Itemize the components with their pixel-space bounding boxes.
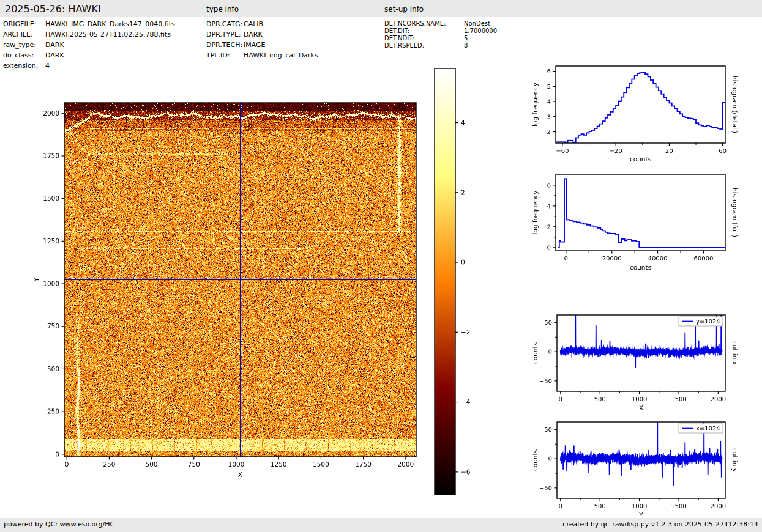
meta-label: DET.RSPEED:: [384, 42, 464, 49]
colorbar: [427, 60, 498, 503]
meta-row-dprtech: DPR.TECH:IMAGE: [206, 41, 266, 49]
meta-value: HAWKI_IMG_DARK_Darks147_0040.fits: [45, 20, 175, 28]
meta-row-rspeed: DET.RSPEED:8: [384, 42, 468, 49]
cut-in-y-plot: [523, 412, 762, 519]
meta-label: DET.DIT:: [384, 28, 464, 34]
meta-label: do_class:: [3, 51, 45, 59]
meta-label: DPR.CATG:: [206, 20, 244, 28]
meta-label: TPL.ID:: [206, 51, 244, 59]
meta-row-rawtype: raw_type:DARK: [3, 41, 64, 49]
footer-right-text: created by qc_rawdisp.py v1.2.3 on 2025-…: [562, 520, 758, 528]
histogram-detail-plot: [523, 58, 762, 174]
meta-value: DARK: [45, 51, 64, 59]
meta-label: DET.NDIT:: [384, 35, 464, 42]
meta-value: DARK: [244, 31, 263, 39]
meta-row-ndit: DET.NDIT:5: [384, 35, 468, 42]
cut-in-x-plot: [523, 305, 762, 421]
section-setup-info: set-up info: [384, 5, 424, 13]
meta-label: DPR.TECH:: [206, 41, 244, 49]
meta-value: 1.7000000: [464, 28, 497, 34]
meta-value: IMAGE: [244, 41, 266, 49]
qc-report-page: 2025-05-26: HAWKI type info set-up info …: [0, 0, 762, 532]
meta-row-ncorrs: DET.NCORRS.NAME:NonDest: [384, 20, 490, 27]
meta-row-tplid: TPL.ID:HAWKI_img_cal_Darks: [206, 51, 318, 59]
meta-value: HAWKI.2025-05-27T11:02:25.788.fits: [45, 31, 171, 39]
meta-value: CALIB: [244, 20, 263, 28]
meta-value: DARK: [45, 41, 64, 49]
meta-value: 4: [45, 62, 50, 70]
meta-value: 5: [464, 35, 468, 42]
page-title: 2025-05-26: HAWKI: [5, 3, 101, 15]
histogram-full-plot: [523, 168, 762, 284]
section-type-info: type info: [206, 5, 239, 13]
meta-row-arcfile: ARCFILE:HAWKI.2025-05-27T11:02:25.788.fi…: [3, 31, 171, 39]
meta-row-dprtype: DPR.TYPE:DARK: [206, 31, 263, 39]
meta-label: DET.NCORRS.NAME:: [384, 20, 464, 27]
meta-row-doclass: do_class:DARK: [3, 51, 64, 59]
meta-value: 8: [464, 42, 468, 49]
meta-label: ORIGFILE:: [3, 20, 45, 28]
header-strip: [0, 0, 762, 17]
meta-label: extension:: [3, 62, 45, 70]
dark-frame-image: [18, 79, 428, 489]
meta-row-origfile: ORIGFILE:HAWKI_IMG_DARK_Darks147_0040.fi…: [3, 20, 175, 28]
meta-label: raw_type:: [3, 41, 45, 49]
meta-value: HAWKI_img_cal_Darks: [244, 51, 318, 59]
footer-left-text: powered by QC: www.eso.org/HC: [4, 520, 114, 528]
meta-label: DPR.TYPE:: [206, 31, 244, 39]
meta-row-dprcatg: DPR.CATG:CALIB: [206, 20, 263, 28]
meta-value: NonDest: [464, 20, 490, 27]
meta-label: ARCFILE:: [3, 31, 45, 39]
meta-row-dit: DET.DIT:1.7000000: [384, 28, 497, 34]
meta-row-extension: extension:4: [3, 62, 50, 70]
